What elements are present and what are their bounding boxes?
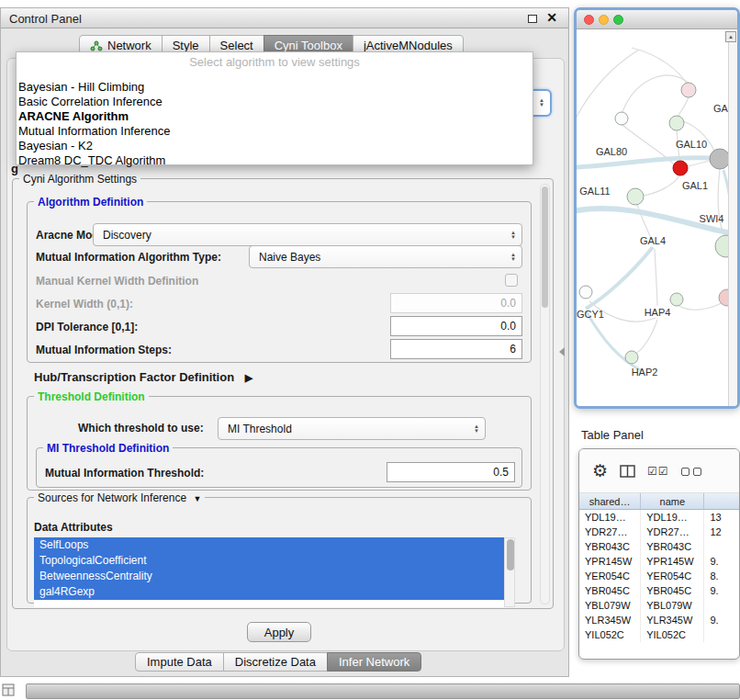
tab-label: Select (220, 39, 253, 52)
data-panel-icon[interactable] (2, 683, 15, 696)
table-row[interactable]: YDR27… YDR27… 12 (579, 525, 739, 539)
network-node[interactable] (681, 83, 696, 97)
dropdown-option[interactable]: Basic Correlation Inference (18, 95, 531, 109)
table-row[interactable]: YLR345W YLR345W 9. (579, 613, 739, 627)
column-header-shared-name[interactable]: shared… (579, 493, 641, 509)
node-label: GAL1 (682, 180, 708, 191)
attribute-item[interactable]: gal4RGexp (34, 584, 504, 600)
sources-section-label: Sources for Network Inference (38, 491, 186, 504)
hub-section-label: Hub/Transcription Factor Definition (34, 370, 234, 384)
cell: 9. (704, 583, 739, 598)
data-attributes-list: SelfLoops TopologicalCoefficient Between… (34, 537, 515, 607)
dpi-tolerance-field[interactable] (390, 316, 522, 336)
zoom-window-icon[interactable] (613, 15, 623, 25)
kernel-width-label: Kernel Width (0,1): (36, 298, 133, 310)
settings-scrollbar[interactable] (540, 184, 550, 604)
network-node[interactable] (625, 351, 638, 364)
mi-threshold-label: Mutual Information Threshold: (45, 467, 204, 480)
scrollbar-up-button[interactable]: ▲ (725, 31, 736, 42)
column-manager-icon[interactable] (620, 465, 635, 478)
hub-section-toggle[interactable]: Hub/Transcription Factor Definition ▶ (34, 370, 252, 384)
network-node[interactable] (669, 116, 684, 130)
node-label: GCY1 (577, 309, 604, 320)
mi-steps-field[interactable] (390, 339, 522, 359)
data-attributes-label: Data Attributes (34, 521, 113, 534)
dropdown-option-selected[interactable]: ARACNE Algorithm (18, 109, 531, 124)
table-row[interactable]: YBR043C YBR043C (579, 539, 739, 554)
attribute-list-scrollbar[interactable] (504, 537, 515, 607)
network-window-titlebar[interactable] (577, 10, 737, 29)
apply-button[interactable]: Apply (247, 622, 311, 642)
manual-kernel-label: Manual Kernel Width Definition (36, 275, 198, 288)
cell: YPR145W (579, 554, 641, 569)
control-panel-titlebar[interactable]: Control Panel ✕ (1, 8, 568, 28)
table-row[interactable]: YPR145W YPR145W 9. (579, 554, 739, 569)
close-panel-icon[interactable]: ✕ (546, 10, 557, 25)
settings-scrollbar-thumb[interactable] (542, 186, 548, 308)
network-node-gray[interactable] (710, 149, 730, 169)
table-row[interactable]: YBR045C YBR045C 9. (579, 583, 739, 598)
node-label: SWI4 (700, 213, 724, 224)
attribute-list-scrollbar-thumb[interactable] (507, 539, 514, 570)
table-row[interactable]: YIL052C YIL052C (579, 627, 739, 642)
column-header-name[interactable]: name (641, 493, 704, 509)
sources-section-toggle[interactable]: Sources for Network Inference ▼ (34, 491, 205, 504)
network-node-red[interactable] (673, 161, 688, 175)
table-header-row: shared… name (579, 493, 739, 510)
dropdown-option[interactable]: Dream8 DC_TDC Algorithm (18, 153, 531, 168)
network-node[interactable] (627, 188, 644, 205)
cell: YIL052C (579, 627, 641, 642)
table-body: YDL19… YDL19… 13 YDR27… YDR27… 12 YBR043… (579, 510, 739, 642)
attribute-item[interactable]: SelfLoops (34, 537, 504, 553)
attribute-item[interactable]: TopologicalCoefficient (34, 553, 504, 569)
cell: 9. (704, 554, 739, 569)
manual-kernel-checkbox[interactable] (505, 274, 518, 287)
table-row[interactable]: YDL19… YDL19… 13 (579, 510, 739, 525)
mi-threshold-field[interactable] (387, 462, 515, 482)
collapsed-data-panel-bar[interactable] (26, 683, 740, 699)
network-canvas[interactable]: GAL GAL80 GAL10 GAL11 GAL1 SWI4 GAL4 GCY… (577, 29, 737, 406)
split-collapse-handle[interactable] (559, 347, 565, 356)
minimize-window-icon[interactable] (599, 15, 609, 25)
table-row[interactable]: YBL079W YBL079W (579, 598, 739, 613)
tab-infer-network[interactable]: Infer Network (327, 652, 421, 672)
float-window-icon[interactable] (528, 15, 537, 23)
kernel-width-field[interactable] (390, 293, 522, 313)
cell: YER054C (641, 569, 704, 583)
apply-button-label: Apply (264, 626, 295, 639)
cell (704, 598, 739, 613)
dropdown-option[interactable]: Bayesian - Hill Climbing (18, 80, 531, 95)
table-row[interactable]: YER054C YER054C 8. (579, 569, 739, 583)
dropdown-options: Bayesian - Hill Climbing Basic Correlati… (18, 80, 531, 168)
cell: YBL079W (579, 598, 641, 613)
dropdown-option[interactable]: Mutual Information Inference (18, 124, 531, 139)
network-node[interactable] (615, 112, 628, 125)
combo-stepper-icon: ▲▼ (510, 253, 516, 262)
which-threshold-combobox[interactable]: MI Threshold ▲▼ (218, 417, 486, 440)
combo-stepper-icon: ▲▼ (474, 424, 479, 434)
deselect-squares-icon[interactable] (681, 463, 701, 480)
cell (704, 627, 739, 642)
chevron-right-icon: ▶ (245, 372, 252, 383)
network-node[interactable] (670, 293, 683, 306)
network-node[interactable] (579, 286, 592, 299)
attribute-item[interactable]: BetweennessCentrality (34, 569, 504, 584)
network-vertical-scrollbar[interactable] (728, 42, 737, 406)
cell: 8. (704, 569, 739, 583)
tab-impute-data[interactable]: Impute Data (135, 652, 224, 672)
cell: YBR043C (641, 539, 704, 554)
cell: YBR045C (641, 583, 704, 598)
network-icon (90, 40, 103, 51)
select-all-checks-icon[interactable]: ☑☑ (647, 465, 669, 478)
tab-label: Cyni Toolbox (275, 39, 342, 52)
aracne-mode-combobox[interactable]: Discovery ▲▼ (93, 223, 522, 246)
combo-stepper-icon: ▲▼ (539, 98, 544, 107)
dropdown-option[interactable]: Bayesian - K2 (18, 139, 531, 153)
mi-type-combobox[interactable]: Naive Bayes ▲▼ (249, 245, 522, 268)
close-window-icon[interactable] (584, 15, 594, 25)
tab-discretize-data[interactable]: Discretize Data (223, 652, 328, 672)
gear-icon[interactable]: ⚙ (592, 460, 608, 481)
column-header-extra[interactable] (704, 493, 739, 509)
tab-label: Impute Data (147, 655, 212, 669)
node-label: HAP2 (632, 367, 658, 378)
